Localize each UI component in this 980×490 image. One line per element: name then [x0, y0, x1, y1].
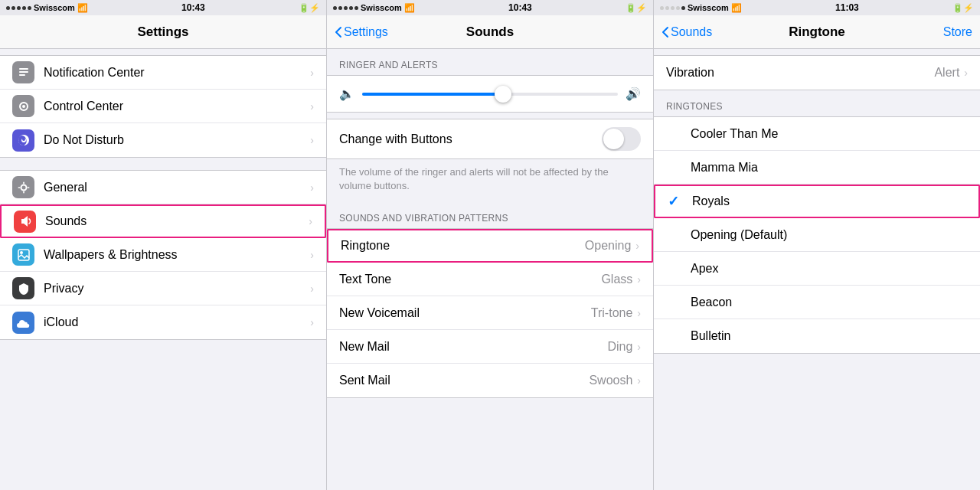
chevron-icon: ›: [637, 273, 641, 286]
svg-point-4: [22, 105, 25, 108]
sounds-item-sent-mail[interactable]: Sent Mail Swoosh ›: [327, 364, 653, 397]
battery-icon-1: 🔋⚡: [299, 3, 320, 13]
check-icon-beacon: [666, 294, 683, 310]
status-left-1: Swisscom 📶: [6, 3, 88, 13]
chevron-icon: ›: [964, 67, 968, 79]
ringtone-item-cooler-than-me[interactable]: Cooler Than Me: [654, 117, 980, 151]
volume-low-icon: 🔈: [339, 87, 354, 101]
privacy-icon: [12, 277, 34, 299]
chevron-icon: ›: [309, 215, 312, 227]
wifi-icon-2: 📶: [404, 3, 415, 13]
sounds-back-label: Settings: [344, 25, 388, 39]
wifi-icon-3: 📶: [731, 3, 742, 13]
settings-item-general[interactable]: General ›: [0, 171, 326, 204]
svg-point-5: [21, 185, 26, 190]
ringtone-label-mamma: Mamma Mia: [691, 161, 968, 175]
ringtone-label-apex: Apex: [691, 262, 968, 276]
volume-slider-row: 🔈 🔊: [339, 87, 641, 101]
notification-center-icon: [12, 61, 34, 83]
status-right-2: 🔋⚡: [626, 3, 647, 13]
sounds-item-new-mail[interactable]: New Mail Ding ›: [327, 330, 653, 364]
volume-slider-track[interactable]: [362, 93, 618, 96]
battery-icon-3: 🔋⚡: [952, 3, 974, 13]
carrier-2: Swisscom: [361, 3, 402, 12]
icloud-label: iCloud: [44, 315, 310, 329]
settings-panel: Swisscom 📶 10:43 🔋⚡ Settings Notificatio…: [0, 0, 327, 490]
notification-center-label: Notification Center: [44, 66, 310, 80]
carrier-1: Swisscom: [34, 3, 75, 12]
status-right-3: 🔋⚡: [952, 3, 974, 13]
change-with-buttons-label: Change with Buttons: [339, 132, 602, 146]
change-with-buttons-row: Change with Buttons: [327, 119, 653, 159]
volume-slider-fill: [362, 93, 503, 96]
svg-rect-7: [23, 191, 24, 193]
settings-item-sounds[interactable]: Sounds ›: [0, 204, 326, 238]
settings-item-privacy[interactable]: Privacy ›: [0, 272, 326, 305]
ringtone-item-royals[interactable]: ✓ Royals: [654, 185, 980, 218]
settings-nav-bar: Settings: [0, 15, 326, 49]
settings-title: Settings: [137, 24, 188, 40]
settings-list: Notification Center › Control Center › D…: [0, 55, 326, 158]
general-icon: [12, 176, 34, 198]
do-not-disturb-icon: [12, 129, 34, 152]
text-tone-label: Text Tone: [339, 273, 601, 286]
settings-item-wallpapers[interactable]: Wallpapers & Brightness ›: [0, 238, 326, 272]
ringtone-label-cooler: Cooler Than Me: [691, 127, 968, 141]
sent-mail-label: Sent Mail: [339, 374, 589, 387]
settings-item-notification-center[interactable]: Notification Center ›: [0, 56, 326, 90]
sent-mail-value: Swoosh: [589, 374, 632, 387]
ringtone-item-beacon[interactable]: Beacon: [654, 286, 980, 319]
patterns-section-header: SOUNDS AND VIBRATION PATTERNS: [327, 202, 653, 228]
vibration-value: Alert: [934, 66, 959, 80]
sounds-item-new-voicemail[interactable]: New Voicemail Tri-tone ›: [327, 296, 653, 330]
sounds-item-ringtone[interactable]: Ringtone Opening ›: [327, 229, 653, 263]
ringtone-label-beacon: Beacon: [691, 296, 968, 309]
status-bar-2: Swisscom 📶 10:43 🔋⚡: [327, 0, 653, 15]
general-label: General: [44, 181, 310, 194]
battery-icon-2: 🔋⚡: [626, 3, 647, 13]
status-left-2: Swisscom 📶: [333, 3, 415, 13]
chevron-icon: ›: [635, 240, 639, 252]
ringtone-nav-bar: Sounds Ringtone Store: [654, 15, 980, 49]
svg-point-11: [20, 251, 23, 254]
check-icon-bulletin: [666, 328, 683, 345]
chevron-icon: ›: [310, 134, 314, 146]
time-3: 11:03: [835, 2, 859, 13]
do-not-disturb-label: Do Not Disturb: [44, 133, 310, 147]
ringtones-list: Cooler Than Me Mamma Mia ✓ Royals Openin…: [654, 116, 980, 354]
wallpapers-label: Wallpapers & Brightness: [44, 248, 310, 262]
settings-item-icloud[interactable]: iCloud ›: [0, 305, 326, 339]
ringtone-item-apex[interactable]: Apex: [654, 252, 980, 286]
svg-rect-10: [18, 250, 29, 260]
ringtone-item-mamma-mia[interactable]: Mamma Mia: [654, 151, 980, 185]
ringtone-item-opening[interactable]: Opening (Default): [654, 218, 980, 252]
sounds-item-text-tone[interactable]: Text Tone Glass ›: [327, 263, 653, 296]
svg-rect-6: [23, 181, 24, 184]
ringtone-label-opening: Opening (Default): [691, 228, 968, 242]
chevron-icon: ›: [310, 316, 314, 328]
settings-item-control-center[interactable]: Control Center ›: [0, 90, 326, 123]
chevron-icon: ›: [637, 341, 641, 353]
settings-item-do-not-disturb[interactable]: Do Not Disturb ›: [0, 123, 326, 157]
status-bar-1: Swisscom 📶 10:43 🔋⚡: [0, 0, 326, 15]
svg-rect-1: [19, 71, 28, 73]
ringtone-back-button[interactable]: Sounds: [662, 25, 712, 39]
vibration-group: Vibration Alert ›: [654, 55, 980, 90]
ringtone-back-label: Sounds: [671, 25, 712, 39]
store-button[interactable]: Store: [943, 25, 972, 39]
ringer-section-header: RINGER AND ALERTS: [327, 49, 653, 75]
volume-slider-thumb[interactable]: [495, 86, 511, 103]
toggle-knob: [603, 129, 624, 149]
change-with-buttons-toggle[interactable]: [602, 127, 641, 151]
vibration-label: Vibration: [666, 66, 934, 80]
status-right-1: 🔋⚡: [299, 3, 320, 13]
sounds-back-button[interactable]: Settings: [335, 25, 388, 39]
sounds-icon: [14, 211, 36, 233]
check-icon-opening: [666, 227, 683, 243]
ringtone-item-bulletin[interactable]: Bulletin: [654, 319, 980, 353]
ringer-slider-container: 🔈 🔊: [327, 75, 653, 113]
wifi-icon-1: 📶: [77, 3, 88, 13]
check-icon-royals: ✓: [668, 193, 684, 210]
vibration-row[interactable]: Vibration Alert ›: [654, 56, 980, 90]
sounds-title: Sounds: [466, 24, 514, 40]
